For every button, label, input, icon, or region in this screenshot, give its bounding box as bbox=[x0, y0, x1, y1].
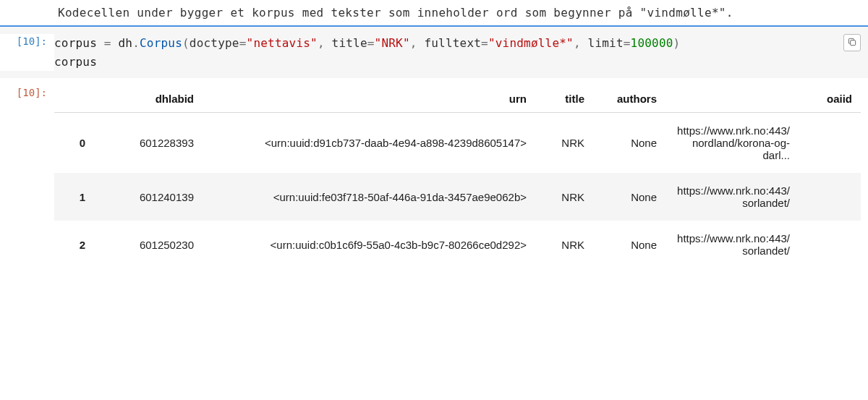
code-token-variable: corpus bbox=[54, 55, 97, 69]
table-header-urn: urn bbox=[203, 85, 535, 113]
copy-button[interactable] bbox=[843, 34, 861, 51]
code-token-class: Corpus bbox=[140, 36, 182, 50]
table-row: 0 601228393 <urn:uuid:d91cb737-daab-4e94… bbox=[54, 113, 861, 174]
code-token-string: "vindmølle*" bbox=[488, 36, 574, 50]
code-token-comma: , bbox=[574, 36, 588, 50]
code-token-paren: ( bbox=[182, 36, 190, 50]
cell-oaiid: https://www.nrk.no:443/nordland/korona-o… bbox=[665, 113, 861, 174]
code-token-string: "nettavis" bbox=[247, 36, 318, 50]
markdown-text: Kodecellen under bygger et korpus med te… bbox=[58, 6, 733, 20]
output-area: dhlabid urn title authors oaiid 0 601228… bbox=[54, 85, 868, 268]
table-row: 2 601250230 <urn:uuid:c0b1c6f9-55a0-4c3b… bbox=[54, 221, 861, 268]
cell-dhlabid: 601240139 bbox=[94, 173, 203, 221]
code-token-assign: = bbox=[481, 36, 488, 50]
code-token-comma: , bbox=[410, 36, 425, 50]
row-index: 1 bbox=[54, 173, 94, 221]
code-token-kwarg: limit bbox=[588, 36, 624, 50]
code-editor[interactable]: corpus = dh.Corpus(doctype="nettavis", t… bbox=[54, 34, 868, 71]
code-token-kwarg: title bbox=[332, 36, 367, 50]
output-prompt: [10]: bbox=[0, 85, 54, 268]
cell-urn: <urn:uuid:d91cb737-daab-4e94-a898-4239d8… bbox=[203, 113, 535, 174]
cell-title: NRK bbox=[535, 173, 593, 221]
input-prompt-label: [10]: bbox=[17, 35, 47, 71]
table-header-index bbox=[54, 85, 94, 113]
code-token-kwarg: fulltext bbox=[424, 36, 481, 50]
code-cell[interactable]: [10]: corpus = dh.Corpus(doctype="nettav… bbox=[0, 25, 868, 78]
code-token-variable: corpus bbox=[54, 36, 97, 50]
cell-authors: None bbox=[593, 221, 665, 268]
cell-dhlabid: 601228393 bbox=[94, 113, 203, 174]
cell-title: NRK bbox=[535, 113, 593, 174]
code-token-kwarg: doctype bbox=[190, 36, 239, 50]
code-token-assign: = bbox=[367, 36, 375, 50]
input-prompt: [10]: bbox=[0, 34, 54, 71]
cell-oaiid-text: https://www.nrk.no:443/sorlandet/ bbox=[674, 232, 790, 257]
code-token-operator: = bbox=[97, 36, 119, 50]
cell-authors: None bbox=[593, 173, 665, 221]
cell-oaiid: https://www.nrk.no:443/sorlandet/ bbox=[665, 221, 861, 268]
row-index: 0 bbox=[54, 113, 94, 174]
copy-icon bbox=[847, 37, 857, 49]
code-token-comma: , bbox=[318, 36, 332, 50]
code-token-dot: . bbox=[132, 36, 140, 50]
table-header-oaiid: oaiid bbox=[665, 85, 861, 113]
table-row: 1 601240139 <urn:uuid:fe03f718-50af-446a… bbox=[54, 173, 861, 221]
table-header-dhlabid: dhlabid bbox=[94, 85, 203, 113]
row-index: 2 bbox=[54, 221, 94, 268]
output-cell: [10]: dhlabid urn title authors oaiid 0 … bbox=[0, 78, 868, 268]
cell-urn: <urn:uuid:fe03f718-50af-446a-91da-3457ae… bbox=[203, 173, 535, 221]
svg-rect-0 bbox=[851, 40, 856, 45]
table-header-authors: authors bbox=[593, 85, 665, 113]
code-token-number: 100000 bbox=[631, 36, 673, 50]
cell-title: NRK bbox=[535, 221, 593, 268]
cell-urn: <urn:uuid:c0b1c6f9-55a0-4c3b-b9c7-80266c… bbox=[203, 221, 535, 268]
table-header-row: dhlabid urn title authors oaiid bbox=[54, 85, 861, 113]
code-token-assign: = bbox=[239, 36, 247, 50]
cell-oaiid-text: https://www.nrk.no:443/sorlandet/ bbox=[674, 184, 790, 209]
cell-dhlabid: 601250230 bbox=[94, 221, 203, 268]
markdown-cell: Kodecellen under bygger et korpus med te… bbox=[0, 0, 868, 25]
code-token-module: dh bbox=[119, 36, 133, 50]
dataframe-table: dhlabid urn title authors oaiid 0 601228… bbox=[54, 85, 861, 268]
table-header-title: title bbox=[535, 85, 593, 113]
code-token-assign: = bbox=[624, 36, 631, 50]
cell-authors: None bbox=[593, 113, 665, 174]
cell-oaiid-text: https://www.nrk.no:443/nordland/korona-o… bbox=[674, 124, 790, 161]
code-token-paren: ) bbox=[673, 36, 681, 50]
output-prompt-label: [10]: bbox=[17, 87, 47, 268]
cell-oaiid: https://www.nrk.no:443/sorlandet/ bbox=[665, 173, 861, 221]
code-token-string: "NRK" bbox=[375, 36, 410, 50]
